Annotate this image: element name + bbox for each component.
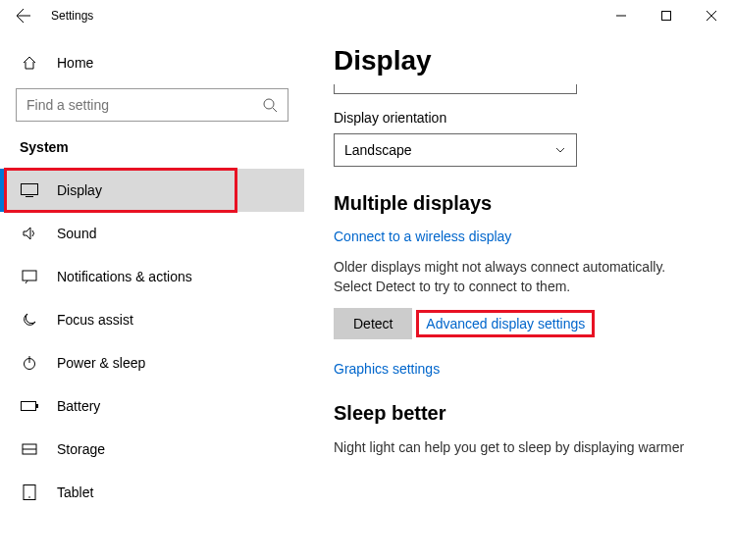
sidebar-item-label: Power & sleep	[57, 355, 145, 371]
home-label: Home	[57, 55, 93, 71]
sidebar-item-sound[interactable]: Sound	[0, 212, 304, 255]
svg-rect-6	[36, 404, 38, 408]
back-button[interactable]	[8, 0, 39, 31]
sidebar-item-display[interactable]: Display	[0, 169, 304, 212]
advanced-display-link[interactable]: Advanced display settings	[426, 316, 585, 331]
section-title: System	[20, 139, 304, 155]
graphics-settings-link[interactable]: Graphics settings	[334, 361, 440, 377]
sidebar-item-label: Sound	[57, 226, 96, 241]
sleep-better-heading: Sleep better	[334, 402, 703, 425]
multiple-displays-heading: Multiple displays	[334, 192, 703, 215]
tablet-icon	[20, 484, 39, 500]
svg-rect-5	[22, 402, 36, 411]
home-icon	[20, 55, 39, 71]
sidebar-item-battery[interactable]: Battery	[0, 384, 304, 428]
sidebar-item-storage[interactable]: Storage	[0, 428, 304, 471]
display-icon	[20, 183, 39, 197]
wireless-display-link[interactable]: Connect to a wireless display	[334, 229, 511, 244]
detect-description: Older displays might not always connect …	[334, 258, 703, 296]
sidebar-item-focus-assist[interactable]: Focus assist	[0, 298, 304, 341]
minimize-button[interactable]	[599, 0, 644, 31]
maximize-icon	[661, 11, 671, 21]
notifications-icon	[20, 269, 39, 284]
sidebar-item-label: Focus assist	[57, 312, 133, 328]
sidebar-item-label: Notifications & actions	[57, 269, 192, 284]
detect-button[interactable]: Detect	[334, 308, 412, 339]
sleep-description: Night light can help you get to sleep by…	[334, 438, 703, 458]
orientation-dropdown[interactable]: Landscape	[334, 133, 577, 167]
storage-icon	[20, 441, 39, 457]
sidebar-item-label: Display	[57, 182, 102, 198]
sidebar-item-label: Battery	[57, 398, 100, 414]
titlebar: Settings	[0, 0, 734, 31]
divider	[334, 84, 577, 94]
window-title: Settings	[51, 9, 93, 23]
home-link[interactable]: Home	[0, 49, 304, 82]
search-box[interactable]	[16, 88, 288, 122]
battery-icon	[20, 400, 39, 412]
sidebar-item-tablet[interactable]: Tablet	[0, 471, 304, 514]
power-icon	[20, 355, 39, 371]
svg-point-9	[28, 496, 30, 498]
sidebar-item-notifications[interactable]: Notifications & actions	[0, 255, 304, 298]
close-button[interactable]	[689, 0, 734, 31]
minimize-icon	[616, 11, 626, 21]
orientation-value: Landscape	[344, 142, 554, 158]
search-input[interactable]	[26, 97, 262, 113]
svg-rect-2	[22, 184, 38, 195]
orientation-label: Display orientation	[334, 110, 703, 126]
svg-rect-3	[23, 271, 36, 280]
page-title: Display	[334, 45, 703, 76]
maximize-button[interactable]	[644, 0, 689, 31]
nav-list: Display Sound Notifications & actions	[0, 169, 304, 514]
chevron-down-icon	[554, 144, 566, 156]
sidebar: Home System Display	[0, 31, 304, 560]
sidebar-item-label: Storage	[57, 441, 105, 457]
sidebar-item-power-sleep[interactable]: Power & sleep	[0, 341, 304, 384]
svg-point-1	[264, 99, 274, 109]
sidebar-item-label: Tablet	[57, 484, 93, 500]
main-content: Display Display orientation Landscape Mu…	[304, 31, 734, 560]
svg-rect-0	[662, 12, 671, 21]
focus-assist-icon	[20, 312, 39, 328]
search-icon	[262, 97, 278, 113]
close-icon	[707, 11, 716, 21]
arrow-left-icon	[16, 8, 31, 24]
sound-icon	[20, 226, 39, 241]
